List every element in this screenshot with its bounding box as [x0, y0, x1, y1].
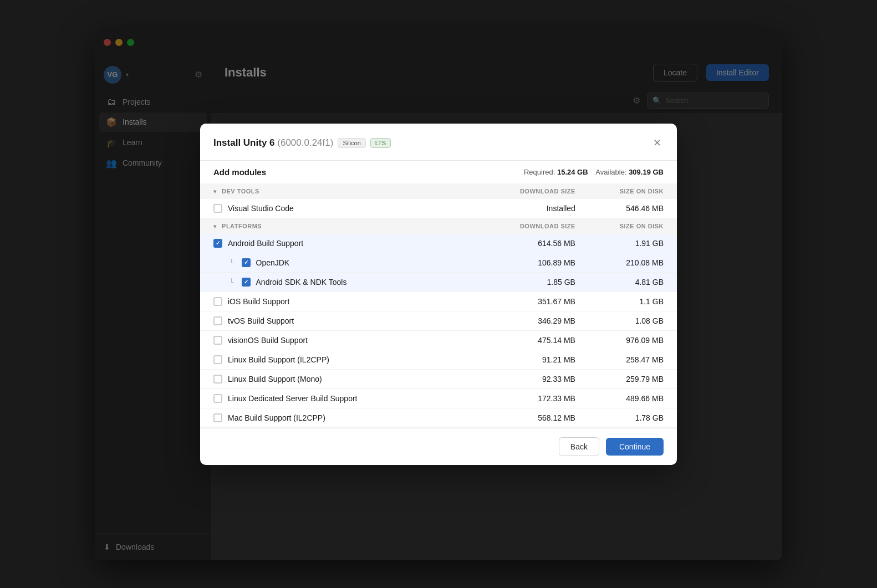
modal-close-button[interactable]: ✕: [651, 135, 664, 151]
linux-il2cpp-checkbox[interactable]: [213, 355, 222, 364]
table-row: Mac Build Support (IL2CPP) 568.12 MB 1.7…: [200, 408, 677, 427]
android-disk-size: 1.91 GB: [589, 234, 677, 253]
linux-dedicated-disk-size: 489.66 MB: [589, 388, 677, 408]
android-checkbox[interactable]: [213, 239, 222, 248]
linux-mono-disk-size: 259.79 MB: [589, 369, 677, 388]
dev-tools-label: DEV TOOLS: [222, 188, 259, 195]
sub-arrow-icon: └: [229, 278, 234, 286]
android-sdk-disk-size: 4.81 GB: [589, 272, 677, 292]
vscode-disk-size: 546.46 MB: [589, 199, 677, 218]
table-row: Android Build Support 614.56 MB 1.91 GB: [200, 234, 677, 253]
back-button[interactable]: Back: [559, 437, 599, 456]
table-row: Linux Dedicated Server Build Support 172…: [200, 388, 677, 408]
add-modules-label: Add modules: [213, 167, 266, 177]
vscode-name-cell: Visual Studio Code: [213, 204, 473, 213]
vscode-checkbox[interactable]: [213, 204, 222, 213]
required-label: Required:: [524, 168, 555, 176]
continue-button[interactable]: Continue: [606, 438, 664, 456]
linux-dedicated-download-size: 172.33 MB: [486, 388, 589, 408]
modal-overlay: Install Unity 6 (6000.0.24f1) Silicon LT…: [95, 28, 782, 560]
linux-dedicated-name-cell: Linux Dedicated Server Build Support: [213, 394, 473, 403]
openjdk-label: OpenJDK: [256, 258, 290, 267]
android-sdk-name-cell: └ Android SDK & NDK Tools: [229, 278, 473, 287]
mac-il2cpp-checkbox[interactable]: [213, 413, 222, 422]
table-row: tvOS Build Support 346.29 MB 1.08 GB: [200, 311, 677, 330]
platforms-chevron: ▾: [213, 223, 217, 229]
vscode-label: Visual Studio Code: [228, 204, 294, 213]
ios-label: iOS Build Support: [228, 297, 289, 306]
android-name-cell: Android Build Support: [213, 239, 473, 248]
ios-checkbox[interactable]: [213, 297, 222, 306]
visionos-checkbox[interactable]: [213, 336, 222, 345]
modal-footer: Back Continue: [200, 428, 677, 465]
visionos-disk-size: 976.09 MB: [589, 330, 677, 350]
platforms-section-header: ▾ PLATFORMS DOWNLOAD SIZE SIZE ON DISK: [200, 218, 677, 234]
dev-tools-section-header: ▾ DEV TOOLS DOWNLOAD SIZE SIZE ON DISK: [200, 183, 677, 199]
openjdk-checkbox[interactable]: [242, 258, 251, 267]
modal-header: Install Unity 6 (6000.0.24f1) Silicon LT…: [200, 124, 677, 161]
dev-tools-download-header: DOWNLOAD SIZE: [486, 183, 589, 199]
android-sdk-label: Android SDK & NDK Tools: [256, 278, 347, 287]
linux-dedicated-checkbox[interactable]: [213, 394, 222, 403]
modal-body: ▾ DEV TOOLS DOWNLOAD SIZE SIZE ON DISK: [200, 183, 677, 428]
platforms-disk-header: SIZE ON DISK: [589, 218, 677, 234]
ios-name-cell: iOS Build Support: [213, 297, 473, 306]
android-label: Android Build Support: [228, 239, 303, 248]
main-content: Installs Locate Install Editor ⚙ 🔍: [211, 57, 782, 560]
modal-title-main: Install Unity 6: [213, 137, 275, 148]
disk-info: Required: 15.24 GB Available: 309.19 GB: [524, 168, 664, 176]
available-value: 309.19 GB: [629, 168, 664, 176]
table-row: Linux Build Support (Mono) 92.33 MB 259.…: [200, 369, 677, 388]
available-label: Available:: [595, 168, 626, 176]
sub-arrow-icon: └: [229, 259, 234, 267]
modal: Install Unity 6 (6000.0.24f1) Silicon LT…: [200, 124, 677, 465]
linux-il2cpp-label: Linux Build Support (IL2CPP): [228, 355, 329, 364]
table-row: Visual Studio Code Installed 546.46 MB: [200, 199, 677, 218]
app-window: VG ▾ ⚙ 🗂 Projects 📦 Installs 🎓 Learn: [95, 28, 782, 560]
openjdk-download-size: 106.89 MB: [486, 253, 589, 272]
linux-dedicated-label: Linux Dedicated Server Build Support: [228, 394, 357, 403]
modal-subheader: Add modules Required: 15.24 GB Available…: [200, 161, 677, 183]
linux-il2cpp-disk-size: 258.47 MB: [589, 350, 677, 369]
modal-version: (6000.0.24f1): [277, 137, 333, 148]
tvos-label: tvOS Build Support: [228, 316, 294, 325]
mac-il2cpp-label: Mac Build Support (IL2CPP): [228, 413, 325, 422]
platforms-label: PLATFORMS: [222, 223, 262, 229]
openjdk-disk-size: 210.08 MB: [589, 253, 677, 272]
modules-table: ▾ DEV TOOLS DOWNLOAD SIZE SIZE ON DISK: [200, 183, 677, 428]
lts-badge: LTS: [370, 138, 391, 148]
linux-mono-label: Linux Build Support (Mono): [228, 375, 322, 384]
app-body: VG ▾ ⚙ 🗂 Projects 📦 Installs 🎓 Learn: [95, 57, 782, 560]
table-row: Linux Build Support (IL2CPP) 91.21 MB 25…: [200, 350, 677, 369]
android-sdk-download-size: 1.85 GB: [486, 272, 589, 292]
ios-download-size: 351.67 MB: [486, 292, 589, 311]
table-row: └ Android SDK & NDK Tools 1.85 GB 4.81 G…: [200, 272, 677, 292]
mac-il2cpp-name-cell: Mac Build Support (IL2CPP): [213, 413, 473, 422]
openjdk-name-cell: └ OpenJDK: [229, 258, 473, 267]
mac-il2cpp-download-size: 568.12 MB: [486, 408, 589, 427]
platforms-download-header: DOWNLOAD SIZE: [486, 218, 589, 234]
dev-tools-disk-header: SIZE ON DISK: [589, 183, 677, 199]
tvos-download-size: 346.29 MB: [486, 311, 589, 330]
linux-il2cpp-name-cell: Linux Build Support (IL2CPP): [213, 355, 473, 364]
android-download-size: 614.56 MB: [486, 234, 589, 253]
android-sdk-checkbox[interactable]: [242, 278, 251, 287]
tvos-checkbox[interactable]: [213, 316, 222, 325]
tvos-disk-size: 1.08 GB: [589, 311, 677, 330]
modal-title: Install Unity 6 (6000.0.24f1): [213, 137, 333, 149]
table-row: visionOS Build Support 475.14 MB 976.09 …: [200, 330, 677, 350]
required-value: 15.24 GB: [557, 168, 588, 176]
tvos-name-cell: tvOS Build Support: [213, 316, 473, 325]
table-row: iOS Build Support 351.67 MB 1.1 GB: [200, 292, 677, 311]
linux-mono-download-size: 92.33 MB: [486, 369, 589, 388]
visionos-download-size: 475.14 MB: [486, 330, 589, 350]
linux-mono-name-cell: Linux Build Support (Mono): [213, 375, 473, 384]
ios-disk-size: 1.1 GB: [589, 292, 677, 311]
linux-mono-checkbox[interactable]: [213, 375, 222, 384]
vscode-download-size: Installed: [486, 199, 589, 218]
silicon-badge: Silicon: [338, 138, 365, 148]
dev-tools-chevron: ▾: [213, 188, 217, 195]
visionos-name-cell: visionOS Build Support: [213, 336, 473, 345]
mac-il2cpp-disk-size: 1.78 GB: [589, 408, 677, 427]
table-row: └ OpenJDK 106.89 MB 210.08 MB: [200, 253, 677, 272]
